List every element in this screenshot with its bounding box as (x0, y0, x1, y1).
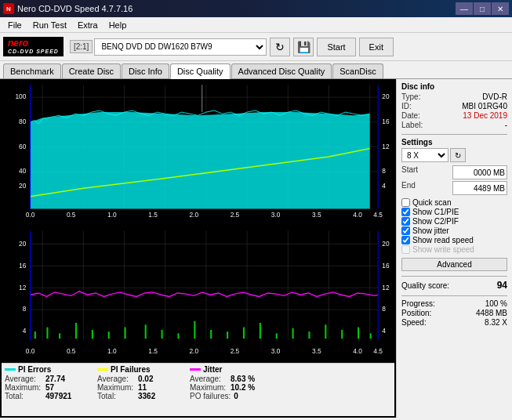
tab-advanced-disc-quality[interactable]: Advanced Disc Quality (231, 63, 332, 78)
label-label: Label: (401, 121, 423, 129)
pi-errors-max-label: Maximum: (5, 383, 42, 392)
svg-text:20: 20 (382, 92, 390, 100)
jitter-po-value: 0 (234, 392, 265, 400)
svg-text:60: 60 (19, 142, 27, 150)
legend-area: PI Errors Average: 27.74 Maximum: 57 Tot… (2, 363, 394, 416)
start-mb-input[interactable] (452, 165, 507, 179)
svg-rect-62 (194, 320, 195, 338)
speed-row: Speed: 8.32 X (401, 318, 507, 327)
jitter-avg-label: Average: (190, 375, 227, 383)
jitter-po-label: PO failures: (190, 392, 231, 400)
settings-refresh-btn[interactable]: ↻ (450, 148, 466, 162)
menu-run-test[interactable]: Run Test (28, 20, 71, 31)
quality-score-value: 94 (497, 280, 507, 291)
nero-product: CD-DVD SPEED (8, 49, 59, 55)
tab-disc-info[interactable]: Disc Info (122, 63, 169, 78)
quick-scan-checkbox[interactable] (401, 198, 410, 207)
svg-text:0.0: 0.0 (26, 347, 35, 355)
svg-text:1.5: 1.5 (148, 347, 158, 355)
drive-number: [2:1] (70, 40, 93, 53)
svg-text:0.0: 0.0 (26, 211, 35, 219)
start-row: Start (401, 165, 507, 179)
svg-text:4: 4 (23, 327, 27, 335)
drive-dropdown[interactable]: BENQ DVD DD DW1620 B7W9 (94, 38, 267, 56)
start-button[interactable]: Start (317, 38, 355, 56)
tab-disc-quality[interactable]: Disc Quality (170, 63, 231, 79)
position-value: 4488 MB (476, 309, 507, 317)
disc-type-row: Type: DVD-R (401, 92, 507, 101)
tab-create-disc[interactable]: Create Disc (62, 63, 121, 78)
show-jitter-label: Show jitter (412, 226, 449, 235)
svg-text:100: 100 (15, 92, 26, 100)
show-write-speed-row: Show write speed (401, 245, 507, 254)
svg-rect-54 (59, 333, 60, 339)
svg-rect-67 (276, 333, 278, 339)
maximize-button[interactable]: □ (474, 2, 491, 15)
disc-date-row: Date: 13 Dec 2019 (401, 111, 507, 120)
disc-label-row: Label: - (401, 121, 507, 129)
date-value: 13 Dec 2019 (463, 111, 507, 120)
refresh-button[interactable]: ↻ (270, 38, 290, 56)
svg-text:16: 16 (382, 118, 390, 125)
quick-scan-label: Quick scan (412, 198, 451, 207)
menu-help[interactable]: Help (104, 20, 132, 31)
end-mb-input[interactable] (452, 181, 507, 195)
position-label: Position: (401, 309, 431, 317)
quality-score-row: Quality score: 94 (401, 280, 507, 291)
menu-file[interactable]: File (3, 20, 27, 31)
disc-info-section: Disc info Type: DVD-R ID: MBI 01RG40 Dat… (401, 82, 507, 129)
progress-value: 100 % (485, 299, 507, 308)
svg-marker-14 (31, 112, 370, 208)
menu-bar: File Run Test Extra Help (0, 17, 512, 33)
svg-rect-63 (210, 330, 212, 339)
pi-failures-total-label: Total: (97, 392, 135, 400)
show-jitter-checkbox[interactable] (401, 226, 410, 235)
svg-text:20: 20 (19, 182, 27, 190)
svg-text:80: 80 (19, 118, 27, 125)
svg-text:1.0: 1.0 (107, 211, 117, 219)
progress-label: Progress: (401, 299, 435, 308)
title-bar: N Nero CD-DVD Speed 4.7.7.16 — □ ✕ (0, 0, 512, 17)
svg-text:4: 4 (382, 182, 386, 190)
pi-failures-color (97, 368, 108, 371)
pi-failures-avg-label: Average: (97, 375, 135, 383)
end-mb-label: End (401, 181, 416, 195)
save-button[interactable]: 💾 (293, 38, 314, 56)
pi-errors-label: PI Errors (18, 365, 51, 374)
svg-rect-56 (92, 330, 93, 339)
pi-errors-total-label: Total: (5, 392, 42, 400)
show-c2pif-label: Show C2/PIF (412, 217, 459, 226)
pi-failures-label: PI Failures (111, 365, 151, 374)
show-jitter-row: Show jitter (401, 226, 507, 235)
speed-dropdown[interactable]: 8 X (401, 148, 448, 162)
toolbar: nero CD-DVD SPEED [2:1] BENQ DVD DD DW16… (0, 33, 512, 61)
type-value: DVD-R (482, 92, 507, 101)
svg-text:8: 8 (382, 305, 386, 313)
close-button[interactable]: ✕ (492, 2, 509, 15)
jitter-max-label: Maximum: (190, 383, 227, 392)
svg-rect-65 (243, 327, 245, 339)
svg-rect-64 (227, 331, 228, 339)
pi-errors-max-value: 57 (45, 383, 77, 392)
tab-scan-disc[interactable]: ScanDisc (332, 63, 383, 78)
svg-text:12: 12 (382, 283, 389, 291)
show-c1pie-checkbox[interactable] (401, 208, 410, 216)
date-label: Date: (401, 111, 420, 120)
disc-id-row: ID: MBI 01RG40 (401, 102, 507, 110)
menu-extra[interactable]: Extra (73, 20, 103, 31)
pi-errors-total-value: 497921 (45, 392, 77, 400)
svg-text:3.5: 3.5 (312, 347, 321, 355)
svg-text:4: 4 (382, 327, 386, 335)
show-c2pif-checkbox[interactable] (401, 217, 410, 226)
exit-button[interactable]: Exit (359, 38, 394, 56)
pi-failures-avg-value: 0.02 (138, 375, 169, 383)
svg-rect-57 (108, 331, 110, 339)
minimize-button[interactable]: — (456, 2, 473, 15)
advanced-button[interactable]: Advanced (401, 258, 507, 271)
charts-area: 100 80 60 40 20 20 16 12 8 4 0.0 0.5 1.0… (0, 79, 396, 418)
svg-text:2.5: 2.5 (231, 211, 240, 219)
id-label: ID: (401, 102, 412, 110)
show-read-speed-checkbox[interactable] (401, 236, 410, 244)
tab-benchmark[interactable]: Benchmark (3, 63, 61, 78)
quality-score-label: Quality score: (401, 281, 449, 290)
